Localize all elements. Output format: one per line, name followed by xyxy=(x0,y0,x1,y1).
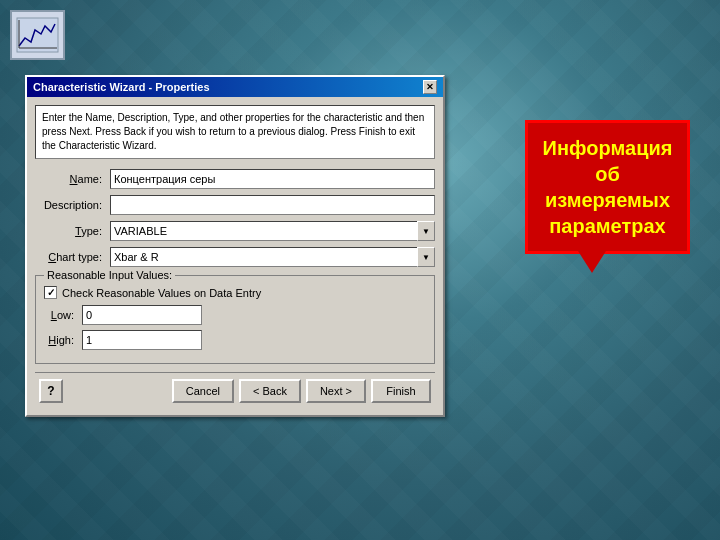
group-label: Reasonable Input Values: xyxy=(44,269,175,281)
annotation-text: Информация об измеряемых параметрах xyxy=(543,137,673,237)
checkbox-check-mark: ✓ xyxy=(47,287,55,298)
reasonable-values-group: Reasonable Input Values: ✓ Check Reasona… xyxy=(35,275,435,364)
type-select-wrapper: VARIABLE ATTRIBUTE ▼ xyxy=(110,221,435,241)
dialog-titlebar: Characteristic Wizard - Properties ✕ xyxy=(27,77,443,97)
finish-button[interactable]: Finish xyxy=(371,379,431,403)
description-input[interactable] xyxy=(110,195,435,215)
name-input[interactable] xyxy=(110,169,435,189)
close-button[interactable]: ✕ xyxy=(423,80,437,94)
chart-type-select[interactable]: Xbar & R Xbar & S I & MR xyxy=(110,247,435,267)
app-logo xyxy=(10,10,65,60)
type-row: Type: VARIABLE ATTRIBUTE ▼ xyxy=(35,221,435,241)
high-label: High: xyxy=(44,334,82,346)
dialog-title: Characteristic Wizard - Properties xyxy=(33,81,210,93)
type-dropdown-btn[interactable]: ▼ xyxy=(417,221,435,241)
annotation-box: Информация об измеряемых параметрах xyxy=(525,120,690,254)
back-button[interactable]: < Back xyxy=(239,379,301,403)
name-row: Name: xyxy=(35,169,435,189)
low-input[interactable] xyxy=(82,305,202,325)
info-text-box: Enter the Name, Description, Type, and o… xyxy=(35,105,435,159)
chart-type-dropdown-btn[interactable]: ▼ xyxy=(417,247,435,267)
description-row: Description: xyxy=(35,195,435,215)
dialog-content: Enter the Name, Description, Type, and o… xyxy=(27,97,443,415)
cancel-button[interactable]: Cancel xyxy=(172,379,234,403)
dialog-window: Characteristic Wizard - Properties ✕ Ent… xyxy=(25,75,445,417)
chart-type-label: Chart type: xyxy=(35,251,110,263)
chart-type-select-wrapper: Xbar & R Xbar & S I & MR ▼ xyxy=(110,247,435,267)
name-label: Name: xyxy=(35,173,110,185)
type-select[interactable]: VARIABLE ATTRIBUTE xyxy=(110,221,435,241)
annotation-arrow xyxy=(578,251,606,273)
checkbox-row: ✓ Check Reasonable Values on Data Entry xyxy=(44,286,426,299)
button-row: ? Cancel < Back Next > Finish xyxy=(35,372,435,407)
low-label: Low: xyxy=(44,309,82,321)
type-label: Type: xyxy=(35,225,110,237)
chart-type-row: Chart type: Xbar & R Xbar & S I & MR ▼ xyxy=(35,247,435,267)
info-text: Enter the Name, Description, Type, and o… xyxy=(42,112,424,151)
reasonable-checkbox[interactable]: ✓ xyxy=(44,286,57,299)
checkbox-label: Check Reasonable Values on Data Entry xyxy=(62,287,261,299)
low-row: Low: xyxy=(44,305,426,325)
next-button[interactable]: Next > xyxy=(306,379,366,403)
description-label: Description: xyxy=(35,199,110,211)
svg-rect-1 xyxy=(17,18,58,52)
high-row: High: xyxy=(44,330,426,350)
help-button[interactable]: ? xyxy=(39,379,63,403)
high-input[interactable] xyxy=(82,330,202,350)
